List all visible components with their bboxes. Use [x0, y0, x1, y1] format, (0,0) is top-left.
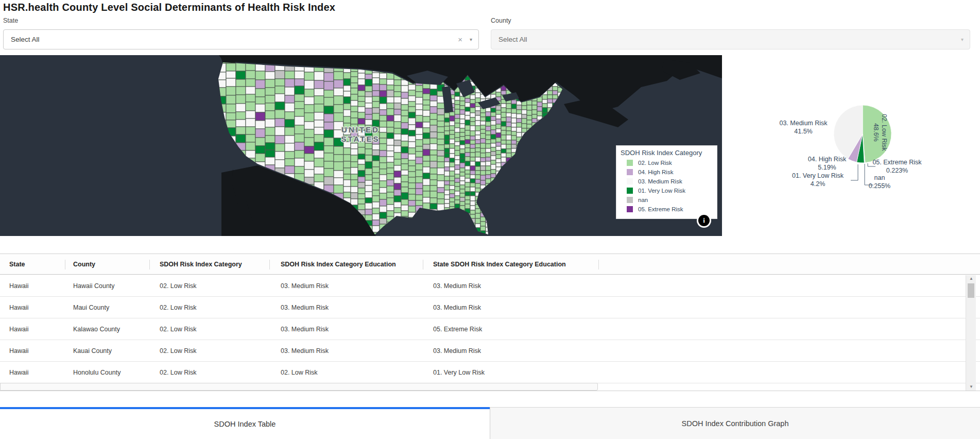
- scroll-up-icon[interactable]: ▲: [966, 275, 976, 282]
- table-cell: Hawaii: [9, 297, 29, 318]
- info-icon[interactable]: i: [697, 213, 711, 228]
- legend-item-label: nan: [638, 197, 648, 203]
- scroll-down-icon[interactable]: ▼: [966, 383, 976, 391]
- page-title: HSR.health County Level Social Determina…: [3, 2, 335, 13]
- county-filter-label: County: [491, 17, 511, 24]
- legend-swatch: [627, 188, 633, 194]
- pie-leader-line: [851, 164, 858, 180]
- column-header[interactable]: SDOH Risk Index Category: [160, 254, 242, 275]
- column-separator: [149, 260, 150, 269]
- legend-item-label: 01. Very Low Risk: [638, 188, 685, 194]
- choropleth-map[interactable]: UNITED STATES SDOH Risk Index Category 0…: [0, 55, 722, 236]
- table-cell: Hawaii: [9, 318, 29, 340]
- risk-distribution-pie-panel: 02. Low Risk48.6%05. Extreme Risk0.223%n…: [722, 55, 980, 236]
- column-header[interactable]: SDOH Risk Index Category Education: [281, 254, 396, 275]
- state-filter-dropdown[interactable]: Select All × ▾: [3, 29, 479, 49]
- table-bottom-divider: [0, 391, 980, 391]
- pie-label: 4.2%: [811, 180, 826, 188]
- legend-items: 02. Low Risk04. High Risk03. Medium Risk…: [621, 159, 713, 213]
- legend-item[interactable]: 01. Very Low Risk: [627, 187, 713, 195]
- table-cell: Kalawao County: [73, 318, 120, 340]
- legend-item[interactable]: 03. Medium Risk: [627, 177, 713, 185]
- svg-text:STATES: STATES: [341, 134, 380, 143]
- svg-text:UNITED: UNITED: [341, 125, 380, 134]
- table-cell: 03. Medium Risk: [281, 340, 329, 362]
- chevron-down-icon[interactable]: ▾: [470, 37, 472, 42]
- svg-text:48.6%: 48.6%: [872, 123, 880, 141]
- county-filter-value: Select All: [491, 36, 961, 43]
- pie-label: 0.223%: [886, 167, 908, 174]
- tab-sdoh-index-contribution-graph[interactable]: SDOH Index Contribution Graph: [490, 407, 980, 439]
- sheet-tab-bar: SDOH Index Table SDOH Index Contribution…: [0, 407, 980, 439]
- clear-filter-icon[interactable]: ×: [458, 35, 462, 44]
- table-cell: 03. Medium Risk: [281, 318, 329, 340]
- table-cell: Kauai County: [73, 340, 112, 362]
- table-cell: 02. Low Risk: [281, 362, 318, 383]
- pie-label: 5.19%: [818, 164, 836, 171]
- table-cell: 02. Low Risk: [160, 362, 197, 383]
- column-header[interactable]: County: [73, 254, 95, 275]
- country-label: UNITED STATES: [341, 125, 380, 143]
- table-cell: 03. Medium Risk: [433, 275, 481, 297]
- table-cell: 02. Low Risk: [160, 297, 197, 318]
- vertical-scrollbar-thumb[interactable]: [968, 283, 974, 298]
- tab-label: SDOH Index Table: [214, 420, 276, 428]
- table-cell: Hawaii: [9, 362, 29, 383]
- svg-text:02. Low Risk: 02. Low Risk: [881, 114, 888, 151]
- table-cell: 03. Medium Risk: [281, 275, 329, 297]
- sdoh-index-table: StateCountySDOH Risk Index CategorySDOH …: [0, 254, 980, 391]
- pie-label: 01. Very Low Risk: [792, 172, 844, 179]
- legend-swatch: [627, 178, 633, 184]
- legend-item-label: 05. Extreme Risk: [638, 206, 683, 212]
- pie-label: 04. High Risk: [808, 156, 847, 163]
- state-filter-label: State: [3, 17, 18, 24]
- table-body: HawaiiHawaii County02. Low Risk03. Mediu…: [0, 275, 980, 383]
- column-separator: [65, 260, 65, 269]
- table-cell: Honolulu County: [73, 362, 121, 383]
- pie-label: 41.5%: [794, 128, 812, 135]
- table-cell: Hawaii: [9, 275, 29, 297]
- pie-label: 0.255%: [869, 182, 890, 190]
- legend-item-label: 03. Medium Risk: [638, 178, 682, 184]
- legend-item[interactable]: 05. Extreme Risk: [627, 205, 713, 213]
- table-row[interactable]: HawaiiMaui County02. Low Risk03. Medium …: [0, 297, 980, 318]
- risk-distribution-pie-chart[interactable]: 02. Low Risk48.6%05. Extreme Risk0.223%n…: [722, 55, 980, 236]
- table-cell: Hawaii County: [73, 275, 115, 297]
- state-filter-value: Select All: [4, 36, 458, 43]
- column-separator: [423, 260, 423, 269]
- table-cell: 02. Low Risk: [160, 275, 197, 297]
- table-cell: 03. Medium Risk: [433, 340, 481, 362]
- table-cell: 01. Very Low Risk: [433, 362, 485, 383]
- legend-swatch: [627, 206, 633, 212]
- column-header[interactable]: State: [9, 254, 25, 275]
- pie-label: 03. Medium Risk: [779, 120, 828, 127]
- legend-item[interactable]: 04. High Risk: [627, 168, 713, 176]
- legend-item[interactable]: nan: [627, 196, 713, 204]
- chevron-down-icon[interactable]: ▾: [961, 37, 964, 42]
- legend-swatch: [627, 169, 633, 175]
- tab-sdoh-index-table[interactable]: SDOH Index Table: [0, 407, 490, 439]
- table-row[interactable]: HawaiiHawaii County02. Low Risk03. Mediu…: [0, 275, 980, 297]
- column-separator: [269, 260, 270, 269]
- table-cell: 05. Extreme Risk: [433, 318, 482, 340]
- dashboard: HSR.health County Level Social Determina…: [0, 0, 980, 439]
- table-header-row: StateCountySDOH Risk Index CategorySDOH …: [0, 254, 980, 275]
- horizontal-scrollbar-thumb[interactable]: [0, 383, 598, 391]
- legend-item-label: 02. Low Risk: [638, 160, 672, 166]
- legend-item[interactable]: 02. Low Risk: [627, 159, 713, 167]
- table-cell: Hawaii: [9, 340, 29, 362]
- column-header[interactable]: State SDOH Risk Index Category Education: [433, 254, 566, 275]
- table-row[interactable]: HawaiiHonolulu County02. Low Risk02. Low…: [0, 362, 980, 383]
- vertical-scrollbar[interactable]: ▲ ▼: [966, 275, 976, 391]
- table-cell: 02. Low Risk: [160, 340, 197, 362]
- table-row[interactable]: HawaiiKauai County02. Low Risk03. Medium…: [0, 340, 980, 362]
- pie-leader-line: [865, 164, 873, 185]
- table-cell: Maui County: [73, 297, 109, 318]
- legend-title: SDOH Risk Index Category: [621, 149, 713, 157]
- county-filter-dropdown[interactable]: Select All ▾: [491, 29, 970, 49]
- us-county-map[interactable]: UNITED STATES: [0, 55, 722, 236]
- table-cell: 03. Medium Risk: [281, 297, 329, 318]
- legend-swatch: [627, 160, 633, 166]
- table-row[interactable]: HawaiiKalawao County02. Low Risk03. Medi…: [0, 318, 980, 340]
- column-separator: [598, 260, 599, 269]
